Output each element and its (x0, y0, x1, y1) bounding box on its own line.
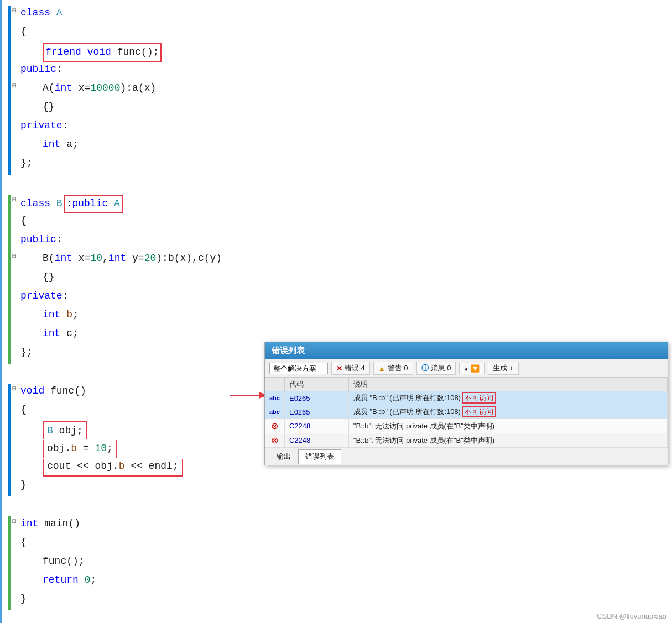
code-text: public: (20, 62, 62, 77)
code-text: B obj; (43, 421, 87, 439)
watermark-text: CSDN @liuyunuoxiao (597, 612, 666, 620)
code-text: int b; (43, 307, 79, 323)
main-section: ⊟ int main() { func(); return 0; } (8, 516, 666, 610)
code-text: { (20, 535, 27, 551)
line-close-func: } (8, 478, 666, 496)
code-text: { (20, 24, 27, 40)
error-count-btn[interactable]: ✕ 错误 4 (331, 362, 370, 375)
error-panel-footer: 输出 错误列表 (265, 448, 668, 465)
row3-icon: ⊗ (265, 419, 284, 433)
code-area: ⊟ class A { friend void func(); public: … (0, 0, 672, 623)
warn-count-label: 警告 0 (388, 363, 408, 373)
generate-label: 生成 + (493, 363, 513, 373)
error-row-1[interactable]: abc E0265 成员 "B::b" (已声明 所在行数:108)不可访问 (265, 391, 668, 405)
output-tab[interactable]: 输出 (269, 449, 298, 464)
info-count-label: 消息 0 (431, 363, 451, 373)
line-field-a: int a; (8, 137, 666, 156)
row2-icon: abc (265, 405, 284, 419)
generate-btn[interactable]: 生成 + (488, 362, 518, 375)
row1-code: E0265 (284, 391, 348, 405)
line-private-b: private: (8, 289, 666, 307)
line-open-brace-b: { (8, 213, 666, 232)
line-empty-body-a: {} (8, 100, 666, 118)
line-close-a: }; (8, 156, 666, 175)
line-constructor-a: ⊟ A(int x=10000):a(x) (8, 81, 666, 100)
code-text: }; (20, 156, 33, 171)
warn-count-btn[interactable]: ▲ 警告 0 (373, 362, 413, 375)
code-text: class A (20, 6, 62, 21)
error-panel-title: 错误列表 (265, 342, 668, 359)
error-table: 代码 说明 abc E0265 成员 "B::b" (已声明 所在行数:108)… (265, 378, 668, 448)
code-text: public: (20, 232, 62, 248)
row4-desc: "B::b": 无法访问 private 成员(在"B"类中声明) (348, 433, 667, 448)
line-return: return 0; (8, 573, 666, 591)
info-count-btn[interactable]: ⓘ 消息 0 (416, 362, 456, 375)
col-desc-header: 说明 (348, 378, 667, 391)
error-row-4[interactable]: ⊗ C2248 "B::b": 无法访问 private 成员(在"B"类中声明… (265, 433, 668, 448)
code-text: void func() (20, 384, 86, 399)
code-text: {} (43, 100, 55, 115)
code-text: int c; (43, 326, 79, 342)
output-tab-label: 输出 (277, 452, 291, 460)
collapse-icon-main[interactable]: ⊟ (8, 516, 20, 527)
code-text: friend void func(); (43, 43, 162, 62)
code-text: { (20, 213, 27, 229)
error-list-tab[interactable]: 错误列表 (298, 449, 341, 464)
collapse-icon-func[interactable]: ⊟ (8, 384, 20, 395)
code-text: { (20, 402, 27, 418)
line-field-b: int b; (8, 307, 666, 326)
line-public-a: public: (8, 62, 666, 81)
info-circle-icon: ⓘ (421, 363, 429, 373)
error-row-2[interactable]: abc E0265 成员 "B::b" (已声明 所在行数:108)不可访问 (265, 405, 668, 419)
error-row-3[interactable]: ⊗ C2248 "B::b": 无法访问 private 成员(在"B"类中声明… (265, 419, 668, 433)
line-private-a: private: (8, 118, 666, 137)
code-text: private: (20, 118, 68, 134)
line-close-main: } (8, 591, 666, 610)
code-text: } (20, 478, 27, 493)
code-text: obj.b = 10; (43, 440, 117, 458)
error-panel-toolbar: 整个解决方案 ✕ 错误 4 ▲ 警告 0 ⓘ 消息 0 ⬧ 🔽 生成 + (265, 359, 668, 378)
code-text: {} (43, 270, 55, 285)
code-text: private: (20, 289, 68, 304)
row4-code: C2248 (284, 433, 348, 448)
code-text: } (20, 591, 27, 607)
class-b-section: ⊟ class B:public A { public: ⊟ B(int x=1… (8, 195, 666, 364)
line-class-b: ⊟ class B:public A (8, 195, 666, 213)
row1-icon: abc (265, 391, 284, 405)
line-open-brace-main: { (8, 535, 666, 554)
line-func-call: func(); (8, 554, 666, 573)
row4-icon: ⊗ (265, 433, 284, 448)
error-panel: 错误列表 整个解决方案 ✕ 错误 4 ▲ 警告 0 ⓘ 消息 0 ⬧ 🔽 生成 … (264, 342, 668, 465)
error-x-icon: ✕ (336, 364, 342, 373)
error-list-tab-label: 错误列表 (305, 452, 334, 460)
line-main-decl: ⊟ int main() (8, 516, 666, 535)
collapse-icon-b[interactable]: ⊟ (8, 195, 20, 206)
col-icon-header (265, 378, 284, 391)
col-code-header: 代码 (284, 378, 348, 391)
row2-desc: 成员 "B::b" (已声明 所在行数:108)不可访问 (348, 405, 667, 419)
collapse-icon-b2[interactable]: ⊟ (8, 251, 20, 262)
code-text: return 0; (43, 573, 96, 588)
warn-triangle-icon: ▲ (378, 364, 386, 373)
code-text: int a; (43, 137, 79, 153)
filter-btn[interactable]: ⬧ 🔽 (459, 363, 485, 374)
solution-dropdown[interactable]: 整个解决方案 (269, 363, 328, 374)
code-text: A(int x=10000):a(x) (43, 81, 156, 96)
row3-code: C2248 (284, 419, 348, 433)
code-text: int main() (20, 516, 80, 532)
code-text: B(int x=10,int y=20):b(x),c(y) (43, 251, 222, 266)
code-text: cout << obj.b << endl; (43, 459, 183, 477)
line-public-b: public: (8, 232, 666, 251)
filter-icon: ⬧ (464, 364, 468, 373)
row1-desc: 成员 "B::b" (已声明 所在行数:108)不可访问 (348, 391, 667, 405)
collapse-icon-a[interactable]: ⊟ (8, 81, 20, 92)
line-friend: friend void func(); (8, 43, 666, 62)
code-text: class B:public A (20, 195, 123, 213)
row2-code: E0265 (284, 405, 348, 419)
code-text: func(); (43, 554, 85, 569)
line-class-a: ⊟ class A (8, 6, 666, 24)
class-a-section: ⊟ class A { friend void func(); public: … (8, 6, 666, 175)
code-text: }; (20, 345, 33, 360)
collapse-icon[interactable]: ⊟ (8, 6, 20, 17)
error-count-label: 错误 4 (345, 363, 365, 373)
